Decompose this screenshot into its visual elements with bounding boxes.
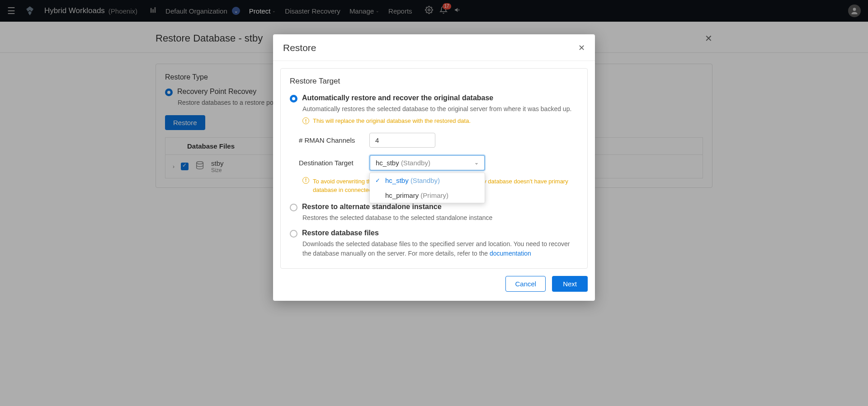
- chevron-down-icon: ⌄: [474, 159, 479, 166]
- radio-alternate-instance[interactable]: [290, 204, 297, 211]
- radio-restore-files[interactable]: [290, 230, 297, 238]
- modal-backdrop-top: [0, 0, 868, 22]
- warning-icon: !: [302, 117, 309, 124]
- opt-alternate-label: Restore to alternate standalone instance: [302, 203, 442, 211]
- cancel-button[interactable]: Cancel: [505, 276, 546, 292]
- opt-auto-restore-desc: Automatically restores the selected data…: [302, 104, 578, 114]
- opt-alternate-desc: Restores the selected database to the se…: [302, 213, 578, 223]
- next-button[interactable]: Next: [552, 276, 588, 292]
- documentation-link[interactable]: documentation: [490, 250, 531, 257]
- opt-files-desc: Downloads the selected database files to…: [302, 239, 578, 258]
- dropdown-option-hc-primary[interactable]: hc_primary (Primary): [370, 188, 485, 203]
- destination-target-label: Destination Target: [299, 159, 358, 167]
- radio-auto-restore[interactable]: [290, 95, 297, 103]
- restore-modal: Restore ✕ Restore Target Automatically r…: [273, 34, 595, 301]
- restore-target-heading: Restore Target: [290, 77, 578, 86]
- rman-channels-label: # RMAN Channels: [299, 136, 358, 144]
- opt-files-label: Restore database files: [302, 229, 379, 237]
- opt-auto-restore-label: Automatically restore and recover the or…: [302, 94, 493, 102]
- dropdown-option-hc-stby[interactable]: hc_stby (Standby): [370, 173, 485, 188]
- close-icon[interactable]: ✕: [578, 43, 585, 53]
- rman-channels-input[interactable]: [369, 133, 435, 148]
- destination-dropdown: hc_stby (Standby) hc_primary (Primary): [369, 173, 485, 203]
- destination-target-select[interactable]: hc_stby (Standby) ⌄ hc_stby (Standby) hc…: [369, 155, 485, 171]
- modal-title: Restore: [283, 42, 316, 53]
- warn-replace-text: This will replace the original database …: [313, 117, 471, 126]
- warning-icon: !: [302, 177, 309, 184]
